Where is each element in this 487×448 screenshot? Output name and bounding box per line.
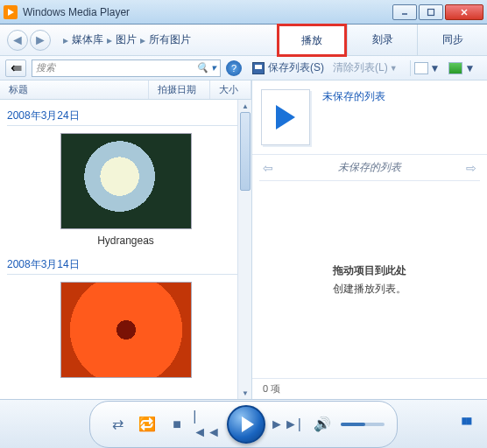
options-button-2[interactable]: ▼ bbox=[448, 62, 475, 74]
col-size[interactable]: 大小 bbox=[210, 80, 251, 99]
play-icon bbox=[276, 105, 295, 130]
thumbnail-label: Hydrangeas bbox=[7, 234, 244, 247]
playlist-nav-label: 未保存的列表 bbox=[338, 160, 401, 175]
playlist-next-button[interactable]: ⇨ bbox=[466, 161, 476, 175]
stop-button[interactable]: ■ bbox=[166, 413, 188, 436]
repeat-button[interactable]: 🔁 bbox=[136, 413, 159, 436]
date-group[interactable]: 2008年3月24日 bbox=[7, 108, 244, 126]
scrollbar[interactable]: ▲ ▼ bbox=[237, 100, 251, 399]
nav-forward-button[interactable]: ► bbox=[30, 30, 51, 51]
scroll-up-icon[interactable]: ▲ bbox=[238, 100, 252, 112]
drop-text-2: 创建播放列表。 bbox=[333, 282, 406, 297]
scroll-down-icon[interactable]: ▼ bbox=[238, 387, 252, 399]
tab-play[interactable]: 播放 bbox=[277, 24, 347, 57]
search-placeholder: 搜索 bbox=[36, 61, 55, 74]
date-group[interactable]: 2008年3月14日 bbox=[7, 257, 244, 275]
tab-sync[interactable]: 同步 bbox=[417, 24, 487, 55]
column-headers: 标题 拍摄日期 大小 bbox=[0, 80, 251, 100]
nav-back-button[interactable]: ◄ bbox=[7, 30, 28, 51]
list-item[interactable] bbox=[7, 282, 244, 378]
switch-view-button[interactable]: ▝▘ bbox=[457, 416, 476, 432]
thumbnail-hydrangeas[interactable] bbox=[60, 133, 192, 229]
save-list-button[interactable]: 保存列表(S) bbox=[252, 60, 324, 75]
svg-rect-2 bbox=[428, 9, 434, 15]
check-icon bbox=[448, 62, 462, 74]
next-track-button[interactable]: ►►| bbox=[274, 413, 297, 436]
playlist-prev-button[interactable]: ⇦ bbox=[263, 161, 273, 175]
drop-text-1: 拖动项目到此处 bbox=[333, 263, 406, 278]
col-date[interactable]: 拍摄日期 bbox=[149, 80, 210, 99]
playlist-title[interactable]: 未保存的列表 bbox=[322, 89, 385, 145]
toolbar: ⇚ 搜索 🔍 ▾ ? 保存列表(S) 清除列表(L)▼ ▼ ▼ bbox=[0, 56, 487, 80]
chevron-right-icon: ▸ bbox=[140, 34, 145, 46]
tab-burn[interactable]: 刻录 bbox=[347, 24, 417, 55]
help-icon[interactable]: ? bbox=[226, 60, 242, 76]
breadcrumb-pictures[interactable]: 图片 bbox=[116, 32, 137, 47]
col-title[interactable]: 标题 bbox=[0, 80, 149, 99]
playlist-pane: 未保存的列表 ⇦ 未保存的列表 ⇨ 拖动项目到此处 创建播放列表。 0 项 bbox=[252, 80, 487, 399]
playlist-file-icon[interactable] bbox=[261, 89, 310, 145]
library-content[interactable]: 2008年3月24日 Hydrangeas 2008年3月14日 bbox=[0, 100, 251, 399]
nav-row: ◄ ► ▸ 媒体库 ▸ 图片 ▸ 所有图片 播放 刻录 同步 bbox=[0, 24, 487, 56]
volume-slider[interactable] bbox=[341, 423, 385, 426]
thumbnail-chrysanthemum[interactable] bbox=[60, 282, 192, 378]
history-back-button[interactable]: ⇚ bbox=[5, 60, 26, 77]
breadcrumb[interactable]: ▸ 媒体库 ▸ 图片 ▸ 所有图片 bbox=[60, 32, 191, 47]
clear-list-button[interactable]: 清除列表(L)▼ bbox=[333, 60, 398, 75]
list-item[interactable]: Hydrangeas bbox=[7, 133, 244, 247]
playlist-drop-zone[interactable]: 拖动项目到此处 创建播放列表。 bbox=[259, 180, 480, 378]
prev-track-button[interactable]: |◄◄ bbox=[195, 413, 218, 436]
titlebar: Windows Media Player bbox=[0, 0, 487, 24]
playlist-count: 0 项 bbox=[252, 378, 487, 399]
save-icon bbox=[252, 62, 265, 74]
play-icon bbox=[242, 416, 254, 432]
mute-button[interactable]: 🔊 bbox=[311, 413, 334, 436]
separator bbox=[410, 60, 411, 76]
minimize-button[interactable] bbox=[392, 4, 417, 20]
wmp-logo-icon bbox=[4, 5, 18, 19]
breadcrumb-all[interactable]: 所有图片 bbox=[149, 32, 191, 47]
chevron-right-icon: ▸ bbox=[107, 34, 112, 46]
scroll-thumb[interactable] bbox=[240, 112, 251, 191]
library-pane: 标题 拍摄日期 大小 2008年3月24日 Hydrangeas 2008年3月… bbox=[0, 80, 252, 399]
play-pause-button[interactable] bbox=[227, 405, 265, 444]
chevron-right-icon: ▸ bbox=[63, 34, 68, 46]
search-input[interactable]: 搜索 🔍 ▾ bbox=[32, 60, 221, 77]
svg-marker-0 bbox=[8, 9, 14, 16]
maximize-button[interactable] bbox=[419, 4, 443, 20]
close-button[interactable] bbox=[445, 4, 483, 20]
breadcrumb-library[interactable]: 媒体库 bbox=[72, 32, 103, 47]
options-button-1[interactable]: ▼ bbox=[414, 62, 441, 74]
window-title: Windows Media Player bbox=[23, 6, 391, 18]
shuffle-button[interactable]: ⇄ bbox=[106, 413, 129, 436]
list-icon bbox=[414, 62, 428, 74]
search-icon[interactable]: 🔍 ▾ bbox=[196, 62, 216, 74]
player-controls: ⇄ 🔁 ■ |◄◄ ►►| 🔊 ▝▘ bbox=[0, 399, 487, 448]
